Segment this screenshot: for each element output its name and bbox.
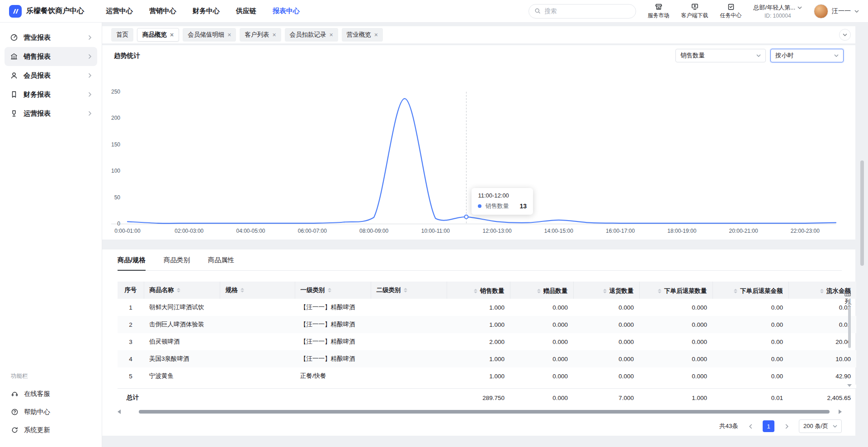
sort-caret-icon[interactable] [328, 288, 331, 292]
column-header-return-qty[interactable]: 退货数量 [573, 282, 639, 299]
sidebar-item-online-support[interactable]: 在线客服 [0, 385, 102, 403]
x-axis-label: 16:00-17:00 [606, 228, 635, 234]
x-axis-label: 22:00-23:00 [791, 228, 820, 234]
table-cell-category-level2 [371, 333, 447, 350]
y-axis-label: 200 [111, 115, 120, 121]
column-header-return-dish-qty[interactable]: 下单后退菜数量 [639, 282, 712, 299]
tab-home[interactable]: 首页 [111, 28, 133, 42]
close-icon[interactable]: × [330, 32, 333, 38]
table-cell-category-level2 [371, 316, 447, 333]
tab-customer-list[interactable]: 客户列表 × [240, 28, 281, 42]
sort-caret-icon[interactable] [603, 289, 607, 293]
table-cell-product-name: 宁波黄鱼 [144, 367, 220, 385]
table-row[interactable]: 2击倒巨人啤酒体验装【汪一一】精酿啤酒1.0000.0000.0000.0000… [118, 316, 856, 333]
search-input[interactable] [545, 8, 630, 14]
scroll-up-icon[interactable] [847, 302, 852, 305]
tab-product-spec[interactable]: 商品/规格 [118, 256, 146, 271]
close-icon[interactable]: × [272, 32, 276, 38]
column-header-spec[interactable]: 规格 [220, 282, 295, 299]
tab-product-overview[interactable]: 商品概览 × [137, 28, 179, 42]
table-row[interactable]: 5宁波黄鱼正餐/快餐1.0000.0000.0000.0000.0042.90 [118, 367, 856, 385]
column-header-gift-qty[interactable]: 赠品数量 [510, 282, 573, 299]
table-cell-return-qty: 0.000 [573, 299, 639, 316]
quick-action-client-download[interactable]: 客户端下载 [681, 3, 708, 19]
table-horizontal-scrollbar[interactable] [118, 408, 842, 415]
nav-supply-chain[interactable]: 供应链 [236, 7, 256, 15]
quick-action-service-market[interactable]: 服务市场 [648, 3, 670, 19]
nav-operation-center[interactable]: 运营中心 [106, 7, 133, 15]
sidebar-footer-item-label: 系统更新 [24, 426, 50, 434]
headset-icon [11, 390, 19, 398]
org-switcher[interactable]: 总部/年轻人第... ID: 100004 [754, 4, 802, 19]
search-box[interactable] [528, 4, 636, 19]
sidebar-item-operation-report[interactable]: 运营报表 [5, 104, 97, 123]
table-vertical-scrollbar[interactable] [847, 302, 852, 387]
sort-caret-icon[interactable] [241, 288, 244, 292]
scroll-right-icon[interactable] [839, 409, 842, 414]
sidebar-item-finance-report[interactable]: 财务报表 [5, 85, 97, 104]
tab-business-overview[interactable]: 营业概览 × [342, 28, 383, 42]
prev-page-button[interactable] [745, 420, 756, 432]
current-page[interactable]: 1 [763, 420, 774, 432]
page-scrollbar[interactable] [860, 160, 864, 266]
sort-caret-icon[interactable] [658, 289, 661, 293]
column-header-return-dish-amount[interactable]: 下单后退菜金额 [712, 282, 788, 299]
column-header-category-level1[interactable]: 一级类别 [295, 282, 371, 299]
sort-caret-icon[interactable] [177, 288, 180, 292]
table-row[interactable]: 4美国3泉酸啤酒【汪一一】精酿啤酒1.0000.0000.0000.0000.0… [118, 350, 856, 367]
scroll-left-icon[interactable] [118, 409, 121, 414]
sidebar-item-system-update[interactable]: 系统更新 [0, 421, 102, 439]
column-header-sales-qty[interactable]: 销售数量 [447, 282, 510, 299]
close-icon[interactable]: × [170, 32, 174, 38]
table-cell-category-level1: 【汪一一】精酿啤酒 [295, 299, 371, 316]
quick-action-task-center[interactable]: 任务中心 [720, 3, 742, 19]
table-cell-return-qty: 0.000 [573, 316, 639, 333]
tab-member-deposit-detail[interactable]: 会员储值明细 × [183, 28, 236, 42]
table-cell-gift-qty: 0.000 [510, 350, 573, 367]
table-row[interactable]: 3伯灵顿啤酒【汪一一】精酿啤酒2.0000.0000.0000.0000.002… [118, 333, 856, 350]
page-size-select[interactable]: 200 条/页 [799, 419, 842, 433]
tabs-overflow-button[interactable] [839, 29, 851, 41]
sidebar-item-member-report[interactable]: 会员报表 [5, 66, 97, 85]
column-header-product-name[interactable]: 商品名称 [144, 282, 220, 299]
close-icon[interactable]: × [227, 32, 231, 38]
user-menu[interactable]: 汪一一 [814, 4, 859, 19]
scroll-down-icon[interactable] [847, 384, 852, 387]
tab-product-category[interactable]: 商品类别 [164, 256, 190, 270]
sidebar-item-sales-report[interactable]: 销售报表 [5, 47, 97, 66]
metric-select[interactable]: 销售数量 [675, 49, 766, 62]
column-header-category-level2[interactable]: 二级类别 [371, 282, 447, 299]
interval-select[interactable]: 按小时 [770, 49, 844, 62]
nav-finance-center[interactable]: 财务中心 [193, 7, 220, 15]
sort-caret-icon[interactable] [537, 289, 541, 293]
tab-member-deduction-records[interactable]: 会员扣款记录 × [285, 28, 338, 42]
nav-report-center[interactable]: 报表中心 [273, 7, 300, 15]
brand[interactable]: 乐檬餐饮商户中心 [9, 5, 84, 18]
close-icon[interactable]: × [374, 32, 378, 38]
sidebar-item-business-report[interactable]: 营业报表 [5, 28, 97, 47]
horizontal-scroll-track[interactable] [125, 410, 834, 414]
sort-caret-icon[interactable] [734, 289, 737, 293]
table-row[interactable]: 1朝鲜大同江啤酒试饮【汪一一】精酿啤酒1.0000.0000.0000.0000… [118, 299, 856, 316]
table-cell-return-dish-qty: 0.000 [639, 350, 712, 367]
sidebar-item-label: 运营报表 [24, 109, 51, 118]
vertical-scroll-thumb[interactable] [848, 306, 851, 348]
horizontal-scroll-thumb[interactable] [139, 410, 830, 414]
tooltip-title: 11:00-12:00 [478, 192, 527, 199]
sort-caret-icon[interactable] [820, 289, 824, 293]
sort-caret-icon[interactable] [404, 288, 407, 292]
y-axis-label: 100 [111, 168, 120, 174]
table-cell-gift-qty: 0.000 [510, 299, 573, 316]
table-cell-return-dish-amount: 0.00 [712, 299, 788, 316]
tab-product-attribute[interactable]: 商品属性 [208, 256, 234, 270]
y-axis-label: 250 [111, 89, 120, 95]
sort-caret-icon[interactable] [474, 289, 477, 293]
table-cell-product-name: 朝鲜大同江啤酒试饮 [144, 299, 220, 316]
table-cell-index: 4 [118, 350, 144, 367]
nav-marketing-center[interactable]: 营销中心 [149, 7, 176, 15]
sidebar-footer-item-label: 帮助中心 [24, 408, 50, 416]
next-page-button[interactable] [781, 420, 793, 432]
trend-chart[interactable]: 0501001502002500:00-01:0002:00-03:0004:0… [102, 45, 855, 240]
search-icon [534, 8, 541, 14]
sidebar-item-help-center[interactable]: 帮助中心 [0, 403, 102, 421]
